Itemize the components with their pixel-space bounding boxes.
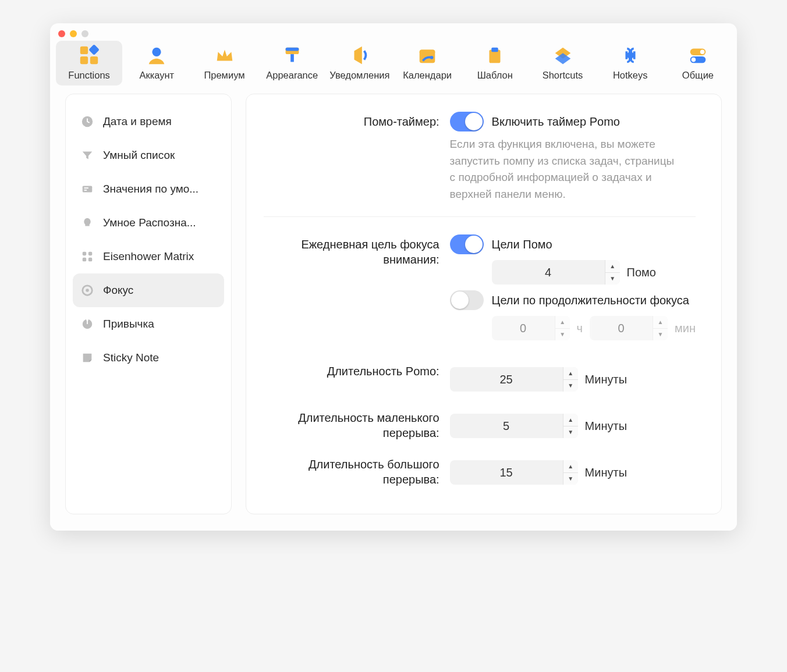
minutes-unit: Минуты	[585, 466, 627, 479]
short-break-label: Длительность маленького перерыва:	[264, 408, 450, 444]
svg-point-4	[153, 48, 161, 56]
pomo-length-label: Длительность Pomo:	[264, 361, 450, 397]
stepper-down[interactable]: ▼	[563, 426, 578, 439]
tab-premium[interactable]: Премиум	[191, 41, 257, 86]
tab-label: Уведомления	[329, 70, 389, 81]
pomo-enable-label: Включить таймер Pomo	[492, 115, 620, 129]
template-icon	[484, 44, 506, 66]
duration-goals-label: Цели по продолжительности фокуса	[492, 294, 689, 307]
general-icon	[687, 44, 709, 66]
tab-label: Общие	[682, 70, 714, 81]
toolbar: Functions Аккаунт Премиум Appearance Уве…	[50, 37, 737, 91]
svg-point-28	[86, 319, 88, 321]
sidebar-item-label: Фокус	[103, 284, 133, 297]
minutes-unit: Минуты	[585, 419, 627, 433]
stepper-down[interactable]: ▼	[555, 329, 570, 341]
sidebar-item-habit[interactable]: Привычка	[73, 307, 224, 341]
stepper-up[interactable]: ▲	[563, 367, 578, 380]
sidebar-item-label: Умный список	[103, 149, 175, 162]
pomo-goals-label: Цели Помо	[492, 238, 552, 251]
tab-label: Functions	[68, 70, 110, 81]
tab-notifications[interactable]: Уведомления	[327, 41, 393, 86]
sidebar: Дата и время Умный список Значения по ум…	[65, 94, 232, 514]
pomo-goals-value: 4	[492, 260, 605, 285]
minimize-window-button[interactable]	[70, 30, 77, 37]
filter-icon	[81, 149, 94, 162]
duration-goals-toggle[interactable]	[450, 290, 484, 310]
functions-icon	[78, 44, 100, 66]
stepper-down[interactable]: ▼	[653, 329, 668, 341]
duration-hours-stepper[interactable]: 0 ▲▼	[492, 316, 570, 340]
calendars-icon	[416, 44, 438, 66]
tab-label: Hotkeys	[613, 70, 648, 81]
duration-mins-stepper[interactable]: 0 ▲▼	[590, 316, 668, 340]
stepper-down[interactable]: ▼	[563, 473, 578, 485]
tab-general[interactable]: Общие	[665, 41, 731, 86]
sidebar-item-smartlist[interactable]: Умный список	[73, 138, 224, 172]
duration-hours-unit: ч	[577, 322, 583, 335]
svg-rect-0	[80, 47, 88, 54]
stepper-up[interactable]: ▲	[653, 316, 668, 329]
svg-rect-18	[83, 186, 93, 193]
svg-rect-12	[492, 48, 498, 52]
tab-hotkeys[interactable]: Hotkeys	[597, 41, 664, 86]
svg-rect-6	[285, 48, 299, 51]
sticky-icon	[81, 351, 94, 364]
stepper-down[interactable]: ▼	[563, 380, 578, 392]
tab-appearance[interactable]: Appearance	[259, 41, 325, 86]
pomo-goals-unit: Помо	[627, 266, 656, 279]
pomo-description: Если эта функция включена, вы можете зап…	[450, 136, 683, 202]
habit-icon	[81, 318, 94, 330]
tab-label: Appearance	[266, 70, 318, 81]
svg-rect-23	[83, 258, 86, 261]
minutes-unit: Минуты	[585, 373, 627, 386]
sidebar-item-label: Sticky Note	[103, 351, 159, 364]
short-break-value: 5	[450, 414, 563, 438]
sidebar-item-defaults[interactable]: Значения по умо...	[73, 172, 224, 206]
tab-shortcuts[interactable]: Shortcuts	[529, 41, 595, 86]
zoom-window-button[interactable]	[81, 30, 88, 37]
titlebar	[50, 23, 737, 37]
tab-label: Календари	[403, 70, 452, 81]
stepper-up[interactable]: ▲	[605, 260, 620, 273]
svg-point-10	[430, 56, 434, 59]
hotkeys-icon	[619, 44, 641, 66]
sidebar-item-focus[interactable]: Фокус	[73, 273, 224, 307]
svg-rect-20	[84, 190, 87, 191]
notifications-icon	[349, 44, 371, 66]
pomo-length-stepper[interactable]: 25 ▲▼	[450, 367, 578, 392]
duration-mins-unit: мин	[675, 322, 696, 335]
pomo-length-value: 25	[450, 367, 563, 392]
svg-point-16	[692, 58, 696, 62]
short-break-stepper[interactable]: 5 ▲▼	[450, 414, 578, 438]
svg-rect-22	[88, 252, 92, 255]
close-window-button[interactable]	[58, 30, 65, 37]
stepper-up[interactable]: ▲	[555, 316, 570, 329]
daily-goal-label: Ежедневная цель фокуса внимания:	[264, 234, 450, 346]
stepper-down[interactable]: ▼	[605, 273, 620, 285]
duration-hours-value: 0	[492, 316, 555, 340]
tab-label: Премиум	[204, 70, 244, 81]
pomo-goals-stepper[interactable]: 4 ▲▼	[492, 260, 620, 285]
tab-functions[interactable]: Functions	[56, 41, 122, 86]
pomo-enable-toggle[interactable]	[450, 112, 484, 131]
tab-label: Аккаунт	[139, 70, 174, 81]
long-break-stepper[interactable]: 15 ▲▼	[450, 460, 578, 485]
tab-label: Shortcuts	[543, 70, 583, 81]
stepper-up[interactable]: ▲	[563, 460, 578, 473]
tab-template[interactable]: Шаблон	[462, 41, 528, 86]
pomo-goals-toggle[interactable]	[450, 234, 484, 254]
appearance-icon	[281, 44, 303, 66]
stepper-up[interactable]: ▲	[563, 414, 578, 426]
sidebar-item-sticky[interactable]: Sticky Note	[73, 341, 224, 375]
long-break-value: 15	[450, 460, 563, 485]
sidebar-item-smartrecog[interactable]: Умное Распозна...	[73, 206, 224, 240]
tab-calendars[interactable]: Календари	[394, 41, 460, 86]
sidebar-item-datetime[interactable]: Дата и время	[73, 105, 224, 138]
divider	[264, 216, 696, 217]
sidebar-item-eisenhower[interactable]: Eisenhower Matrix	[73, 240, 224, 273]
sidebar-item-label: Дата и время	[103, 115, 172, 128]
svg-rect-19	[84, 187, 88, 189]
tab-account[interactable]: Аккаунт	[123, 41, 190, 86]
svg-point-14	[700, 50, 705, 55]
